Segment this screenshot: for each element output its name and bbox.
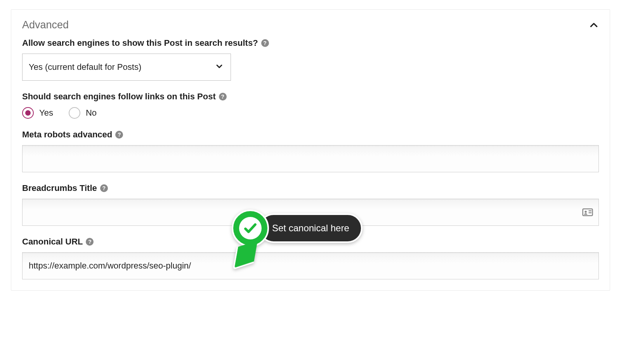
callout-annotation: Set canonical here: [232, 210, 363, 247]
chevron-up-icon[interactable]: [589, 20, 599, 30]
field-follow-links: Should search engines follow links on th…: [22, 92, 599, 119]
panel-title: Advanced: [22, 19, 69, 31]
help-icon[interactable]: ?: [100, 184, 108, 192]
radio-no[interactable]: No: [69, 107, 97, 119]
panel-header[interactable]: Advanced: [11, 10, 610, 38]
field-label: Breadcrumbs Title ?: [22, 183, 599, 193]
field-label: Meta robots advanced ?: [22, 130, 599, 140]
canonical-url-input[interactable]: [22, 252, 599, 279]
panel-body: Allow search engines to show this Post i…: [11, 38, 610, 290]
field-label: Should search engines follow links on th…: [22, 92, 599, 102]
follow-links-radio-group: Yes No: [22, 107, 599, 119]
label-text: Should search engines follow links on th…: [22, 92, 216, 102]
callout-badge: [232, 210, 269, 247]
label-text: Allow search engines to show this Post i…: [22, 38, 258, 48]
field-allow-search: Allow search engines to show this Post i…: [22, 38, 599, 81]
meta-robots-input[interactable]: [22, 145, 599, 172]
radio-label: No: [86, 108, 97, 118]
label-text: Breadcrumbs Title: [22, 183, 97, 193]
field-label: Allow search engines to show this Post i…: [22, 38, 599, 48]
help-icon[interactable]: ?: [219, 93, 227, 101]
field-canonical: Canonical URL ? Set canonical here: [22, 237, 599, 279]
radio-icon: [69, 107, 80, 119]
advanced-panel: Advanced Allow search engines to show th…: [11, 9, 610, 291]
radio-label: Yes: [39, 108, 53, 118]
label-text: Canonical URL: [22, 237, 83, 247]
help-icon[interactable]: ?: [115, 131, 123, 139]
select-value: Yes (current default for Posts): [22, 54, 231, 81]
help-icon[interactable]: ?: [86, 238, 94, 246]
radio-yes[interactable]: Yes: [22, 107, 53, 119]
field-meta-robots: Meta robots advanced ?: [22, 130, 599, 172]
callout-text: Set canonical here: [259, 213, 363, 243]
id-card-icon[interactable]: [582, 206, 593, 218]
label-text: Meta robots advanced: [22, 130, 112, 140]
help-icon[interactable]: ?: [261, 39, 269, 47]
svg-point-1: [585, 211, 587, 213]
check-icon: [243, 221, 258, 236]
radio-icon: [22, 107, 34, 119]
allow-search-select[interactable]: Yes (current default for Posts): [22, 54, 231, 81]
